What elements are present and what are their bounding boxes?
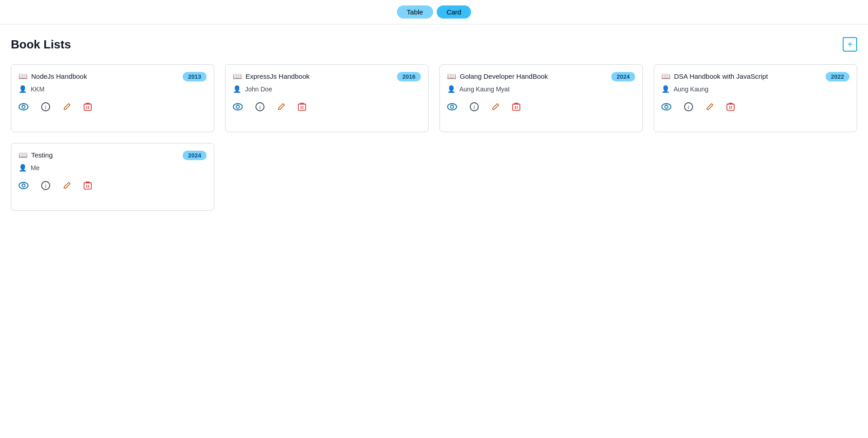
author-row: 👤 John Doe [233,85,421,93]
edit-button[interactable] [277,103,285,111]
page-title: Book Lists [11,38,71,52]
edit-button[interactable] [706,103,714,111]
book-card: 📖 ExpressJs Handbook 2016 👤 John Doe [225,64,429,132]
card-actions: i [447,102,635,111]
delete-button[interactable] [512,102,520,111]
svg-rect-14 [513,104,520,110]
author-row: 👤 Me [19,164,207,172]
svg-text:i: i [45,104,46,110]
edit-button[interactable] [63,103,71,111]
cards-row-1: 📖 NodeJs Handbook 2013 👤 KKM [11,64,857,132]
svg-point-0 [19,104,28,110]
year-badge: 2013 [183,72,207,81]
cards-row-2: 📖 Testing 2024 👤 Me [11,143,857,211]
author-name: Me [31,164,39,171]
view-button[interactable] [19,103,28,110]
svg-rect-9 [298,104,306,110]
svg-rect-19 [727,104,734,110]
author-name: John Doe [245,86,272,93]
edit-button[interactable] [63,181,71,190]
card-actions: i [661,102,849,111]
svg-point-1 [22,105,25,109]
book-icon: 📖 [447,72,456,81]
book-title: Golang Developer HandBook [460,72,548,80]
add-book-button[interactable]: + [843,37,857,52]
svg-text:i: i [473,104,475,110]
svg-rect-4 [84,104,91,110]
year-badge: 2024 [183,151,207,160]
author-icon: 👤 [447,85,456,93]
table-view-button[interactable]: Table [397,5,433,19]
book-title: ExpressJs Handbook [245,72,310,80]
year-badge: 2016 [397,72,421,81]
book-title-row: 📖 ExpressJs Handbook [233,72,397,81]
info-button[interactable]: i [41,102,50,111]
book-icon: 📖 [233,72,242,81]
year-badge: 2022 [826,72,849,81]
card-header: 📖 Testing 2024 [19,151,207,160]
page-header: Book Lists + [11,37,857,52]
book-card: 📖 DSA Handbook with JavaScript 2022 👤 Au… [654,64,857,132]
book-title: Testing [31,151,53,159]
delete-button[interactable] [298,102,306,111]
book-card: 📖 Testing 2024 👤 Me [11,143,214,211]
svg-point-5 [233,104,242,110]
svg-text:i: i [688,104,689,110]
book-card: 📖 Golang Developer HandBook 2024 👤 Aung … [439,64,643,132]
author-icon: 👤 [661,85,670,93]
card-header: 📖 DSA Handbook with JavaScript 2022 [661,72,849,81]
view-button[interactable] [19,182,28,189]
book-icon: 📖 [661,72,670,81]
delete-button[interactable] [726,102,735,111]
cards-container: 📖 NodeJs Handbook 2013 👤 KKM [11,64,857,211]
author-name: Aung Kaung [674,86,708,93]
book-title: NodeJs Handbook [31,72,87,80]
svg-point-11 [451,105,454,109]
book-icon: 📖 [19,151,28,159]
svg-text:i: i [259,104,260,110]
info-button[interactable]: i [470,102,479,111]
svg-point-10 [448,104,457,110]
svg-point-16 [665,105,668,109]
book-card: 📖 NodeJs Handbook 2013 👤 KKM [11,64,214,132]
view-button[interactable] [447,103,457,110]
card-header: 📖 ExpressJs Handbook 2016 [233,72,421,81]
author-row: 👤 Aung Kaung [661,85,849,93]
book-title-row: 📖 Testing [19,151,183,159]
author-name: Aung Kaung Myat [459,86,509,93]
book-title: DSA Handbook with JavaScript [674,72,768,80]
author-icon: 👤 [19,164,27,172]
view-button[interactable] [233,103,243,110]
author-row: 👤 Aung Kaung Myat [447,85,635,93]
author-icon: 👤 [19,85,27,93]
info-button[interactable]: i [41,181,50,190]
svg-point-15 [662,104,671,110]
card-view-button[interactable]: Card [437,5,472,19]
author-icon: 👤 [233,85,241,93]
card-header: 📖 Golang Developer HandBook 2024 [447,72,635,81]
info-button[interactable]: i [255,102,264,111]
delete-button[interactable] [84,102,92,111]
view-button[interactable] [661,103,671,110]
year-badge: 2024 [611,72,635,81]
svg-point-21 [22,184,25,187]
book-title-row: 📖 Golang Developer HandBook [447,72,611,81]
card-actions: i [233,102,421,111]
author-name: KKM [31,86,44,93]
book-title-row: 📖 DSA Handbook with JavaScript [661,72,826,81]
card-header: 📖 NodeJs Handbook 2013 [19,72,207,81]
edit-button[interactable] [491,103,500,111]
book-icon: 📖 [19,72,28,81]
main-content: Book Lists + 📖 NodeJs Handbook 2013 👤 KK… [0,24,868,224]
svg-rect-24 [84,183,91,189]
top-navigation: Table Card [0,0,868,24]
card-actions: i [19,181,207,190]
card-actions: i [19,102,207,111]
info-button[interactable]: i [684,102,693,111]
svg-text:i: i [45,183,46,189]
svg-point-20 [19,182,28,189]
svg-point-6 [236,105,240,109]
delete-button[interactable] [84,181,92,190]
book-title-row: 📖 NodeJs Handbook [19,72,183,81]
author-row: 👤 KKM [19,85,207,93]
